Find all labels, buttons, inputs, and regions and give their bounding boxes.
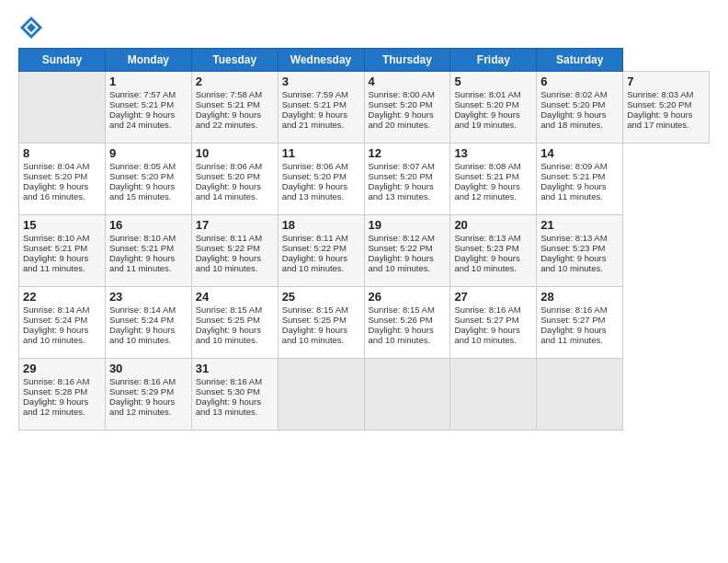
day-number: 7 <box>627 75 705 88</box>
daylight-label: Daylight: 9 hours and 15 minutes. <box>109 181 175 201</box>
sunset-label: Sunset: 5:28 PM <box>23 386 87 396</box>
daylight-label: Daylight: 9 hours and 12 minutes. <box>23 396 88 417</box>
calendar-cell: 20 Sunrise: 8:13 AM Sunset: 5:23 PM Dayl… <box>450 215 537 287</box>
calendar-cell: 26 Sunrise: 8:15 AM Sunset: 5:26 PM Dayl… <box>364 287 450 359</box>
sunrise-label: Sunrise: 8:10 AM <box>109 233 176 243</box>
calendar-cell: 9 Sunrise: 8:05 AM Sunset: 5:20 PM Dayli… <box>105 144 191 215</box>
calendar-week-row: 29 Sunrise: 8:16 AM Sunset: 5:28 PM Dayl… <box>19 359 710 431</box>
weekday-header: Friday <box>450 49 537 72</box>
sunset-label: Sunset: 5:20 PM <box>540 99 605 109</box>
day-number: 9 <box>109 146 188 160</box>
day-number: 2 <box>196 75 274 88</box>
sunrise-label: Sunrise: 8:00 AM <box>369 89 435 99</box>
daylight-label: Daylight: 9 hours and 17 minutes. <box>627 109 692 130</box>
sunrise-label: Sunrise: 8:16 AM <box>23 376 89 386</box>
calendar-cell: 30 Sunrise: 8:16 AM Sunset: 5:29 PM Dayl… <box>105 359 191 431</box>
day-number: 21 <box>540 218 619 232</box>
sunset-label: Sunset: 5:20 PM <box>369 171 433 181</box>
day-number: 23 <box>109 290 188 304</box>
day-number: 29 <box>23 362 101 375</box>
day-number: 14 <box>540 146 619 160</box>
calendar-cell <box>450 359 537 431</box>
daylight-label: Daylight: 9 hours and 19 minutes. <box>454 109 519 130</box>
calendar-cell: 18 Sunrise: 8:11 AM Sunset: 5:22 PM Dayl… <box>278 215 364 287</box>
sunset-label: Sunset: 5:20 PM <box>109 171 174 181</box>
calendar-cell: 7 Sunrise: 8:03 AM Sunset: 5:20 PM Dayli… <box>623 72 710 144</box>
sunset-label: Sunset: 5:23 PM <box>540 243 605 253</box>
calendar-cell: 28 Sunrise: 8:16 AM Sunset: 5:27 PM Dayl… <box>537 287 623 359</box>
sunset-label: Sunset: 5:22 PM <box>369 243 433 253</box>
sunrise-label: Sunrise: 8:11 AM <box>196 233 262 243</box>
calendar-cell: 23 Sunrise: 8:14 AM Sunset: 5:24 PM Dayl… <box>105 287 191 359</box>
sunset-label: Sunset: 5:25 PM <box>196 315 260 325</box>
calendar-cell <box>278 359 364 431</box>
sunset-label: Sunset: 5:22 PM <box>196 243 260 253</box>
daylight-label: Daylight: 9 hours and 11 minutes. <box>540 325 606 345</box>
logo <box>18 15 48 40</box>
daylight-label: Daylight: 9 hours and 24 minutes. <box>109 109 175 130</box>
calendar-cell: 11 Sunrise: 8:06 AM Sunset: 5:20 PM Dayl… <box>278 144 364 215</box>
day-number: 15 <box>23 218 101 232</box>
daylight-label: Daylight: 9 hours and 20 minutes. <box>369 109 434 130</box>
daylight-label: Daylight: 9 hours and 10 minutes. <box>282 325 347 345</box>
sunrise-label: Sunrise: 8:09 AM <box>540 161 607 171</box>
sunset-label: Sunset: 5:20 PM <box>369 99 433 109</box>
daylight-label: Daylight: 9 hours and 22 minutes. <box>196 109 261 130</box>
day-number: 25 <box>282 290 360 304</box>
daylight-label: Daylight: 9 hours and 18 minutes. <box>540 109 606 130</box>
weekday-header: Saturday <box>537 49 623 72</box>
sunset-label: Sunset: 5:21 PM <box>109 243 174 253</box>
sunrise-label: Sunrise: 8:06 AM <box>282 161 348 171</box>
day-number: 22 <box>23 290 101 304</box>
sunrise-label: Sunrise: 8:15 AM <box>196 304 262 315</box>
calendar-cell: 15 Sunrise: 8:10 AM Sunset: 5:21 PM Dayl… <box>19 215 106 287</box>
sunset-label: Sunset: 5:21 PM <box>23 243 87 253</box>
calendar-cell: 6 Sunrise: 8:02 AM Sunset: 5:20 PM Dayli… <box>537 72 623 144</box>
daylight-label: Daylight: 9 hours and 14 minutes. <box>196 181 261 201</box>
sunset-label: Sunset: 5:21 PM <box>540 171 605 181</box>
calendar-cell: 17 Sunrise: 8:11 AM Sunset: 5:22 PM Dayl… <box>191 215 278 287</box>
calendar-cell: 19 Sunrise: 8:12 AM Sunset: 5:22 PM Dayl… <box>364 215 450 287</box>
sunrise-label: Sunrise: 8:16 AM <box>109 376 176 386</box>
sunset-label: Sunset: 5:20 PM <box>627 99 691 109</box>
calendar-cell <box>364 359 450 431</box>
daylight-label: Daylight: 9 hours and 10 minutes. <box>454 325 519 345</box>
day-number: 19 <box>369 218 447 232</box>
calendar-cell: 21 Sunrise: 8:13 AM Sunset: 5:23 PM Dayl… <box>537 215 623 287</box>
daylight-label: Daylight: 9 hours and 10 minutes. <box>369 325 434 345</box>
sunrise-label: Sunrise: 7:57 AM <box>109 89 176 99</box>
calendar-table: SundayMondayTuesdayWednesdayThursdayFrid… <box>18 48 710 431</box>
calendar-cell: 27 Sunrise: 8:16 AM Sunset: 5:27 PM Dayl… <box>450 287 537 359</box>
sunset-label: Sunset: 5:22 PM <box>282 243 347 253</box>
sunrise-label: Sunrise: 8:13 AM <box>540 233 607 243</box>
day-number: 16 <box>109 218 188 232</box>
weekday-header: Thursday <box>364 49 450 72</box>
daylight-label: Daylight: 9 hours and 10 minutes. <box>196 253 261 273</box>
calendar-week-row: 1 Sunrise: 7:57 AM Sunset: 5:21 PM Dayli… <box>19 72 710 144</box>
calendar-cell: 3 Sunrise: 7:59 AM Sunset: 5:21 PM Dayli… <box>278 72 364 144</box>
weekday-header: Wednesday <box>278 49 364 72</box>
sunset-label: Sunset: 5:21 PM <box>196 99 260 109</box>
daylight-label: Daylight: 9 hours and 11 minutes. <box>23 253 88 273</box>
sunrise-label: Sunrise: 8:04 AM <box>23 161 89 171</box>
sunset-label: Sunset: 5:20 PM <box>282 171 347 181</box>
daylight-label: Daylight: 9 hours and 12 minutes. <box>454 181 519 201</box>
sunset-label: Sunset: 5:25 PM <box>282 315 347 325</box>
day-number: 30 <box>109 362 188 375</box>
sunrise-label: Sunrise: 8:02 AM <box>540 89 607 99</box>
sunset-label: Sunset: 5:29 PM <box>109 386 174 396</box>
day-number: 4 <box>369 75 447 88</box>
sunset-label: Sunset: 5:20 PM <box>23 171 87 181</box>
day-number: 26 <box>369 290 447 304</box>
sunset-label: Sunset: 5:26 PM <box>369 315 433 325</box>
daylight-label: Daylight: 9 hours and 10 minutes. <box>282 253 347 273</box>
calendar-cell: 16 Sunrise: 8:10 AM Sunset: 5:21 PM Dayl… <box>105 215 191 287</box>
calendar-week-row: 15 Sunrise: 8:10 AM Sunset: 5:21 PM Dayl… <box>19 215 710 287</box>
weekday-header: Tuesday <box>191 49 278 72</box>
sunrise-label: Sunrise: 8:15 AM <box>369 304 435 315</box>
calendar-cell: 25 Sunrise: 8:15 AM Sunset: 5:25 PM Dayl… <box>278 287 364 359</box>
day-number: 18 <box>282 218 360 232</box>
daylight-label: Daylight: 9 hours and 12 minutes. <box>109 396 175 417</box>
daylight-label: Daylight: 9 hours and 10 minutes. <box>23 325 88 345</box>
sunset-label: Sunset: 5:30 PM <box>196 386 260 396</box>
